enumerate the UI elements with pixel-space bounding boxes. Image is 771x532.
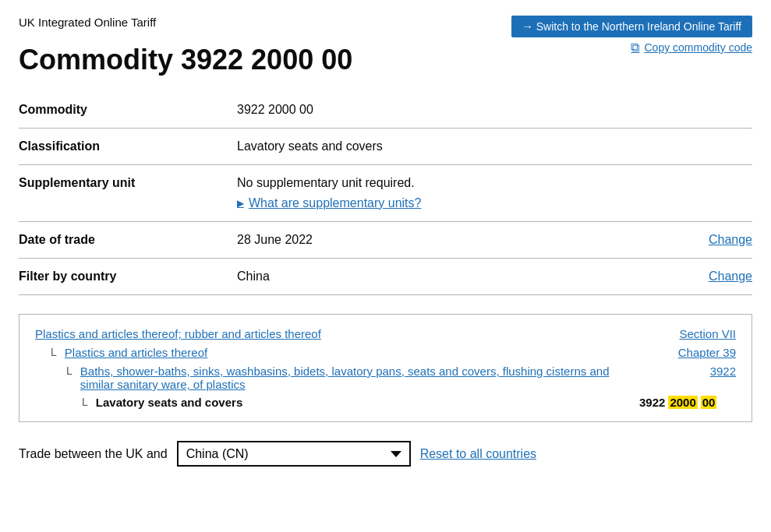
trade-filter-section: Trade between the UK and China (CN) All … [19, 441, 752, 467]
filter-country-row: Filter by country China Change [19, 259, 752, 295]
site-title: UK Integrated Online Tariff [19, 16, 156, 29]
detail-table: Commodity 3922 2000 00 Classification La… [19, 92, 752, 295]
breadcrumb-level3-text: Lavatory seats and covers [96, 396, 242, 409]
commodity-value: 3922 2000 00 [237, 92, 752, 129]
breadcrumb-level1: L Plastics and articles thereof Chapter … [51, 346, 736, 360]
classification-value: Lavatory seats and covers [237, 129, 752, 165]
date-of-trade-value: 28 June 2022 [237, 233, 313, 247]
breadcrumb-level3: L Lavatory seats and covers 3922 2000 00 [82, 396, 736, 409]
code-badge-1: 3922 [639, 396, 665, 409]
breadcrumb-level1-link[interactable]: Plastics and articles thereof [65, 346, 207, 359]
breadcrumb-heading-code[interactable]: 3922 [710, 365, 736, 378]
page-title: Commodity 3922 2000 00 [19, 44, 352, 76]
country-change-link[interactable]: Change [709, 270, 752, 284]
filter-country-cell: China Change [237, 259, 752, 295]
breadcrumb-top-link[interactable]: Plastics and articles thereof; rubber an… [35, 327, 321, 340]
date-of-trade-label: Date of trade [19, 222, 237, 259]
ni-switch-button[interactable]: → Switch to the Northern Ireland Online … [511, 16, 752, 37]
heading-row: Commodity 3922 2000 00 ⧉ Copy commodity … [19, 41, 752, 83]
breadcrumb-level2-link[interactable]: Baths, shower-baths, sinks, washbasins, … [80, 365, 627, 391]
supplementary-units-link-text: What are supplementary units? [249, 196, 421, 210]
date-change-link[interactable]: Change [709, 233, 752, 247]
date-of-trade-cell: 28 June 2022 Change [237, 222, 752, 259]
code-badge-3: 00 [701, 396, 717, 409]
indent-marker-2: L [66, 365, 73, 377]
supplementary-unit-cell: No supplementary unit required. ▶ What a… [237, 165, 752, 222]
code-badge-2: 2000 [668, 396, 697, 409]
filter-country-label: Filter by country [19, 259, 237, 295]
commodity-label: Commodity [19, 92, 237, 129]
reset-countries-link[interactable]: Reset to all countries [420, 447, 536, 461]
copy-icon: ⧉ [631, 41, 639, 55]
trade-filter-label: Trade between the UK and [19, 447, 168, 461]
supplementary-unit-value: No supplementary unit required. [237, 176, 752, 190]
supplementary-unit-label: Supplementary unit [19, 165, 237, 222]
classification-label: Classification [19, 129, 237, 165]
copy-commodity-code-link[interactable]: ⧉ Copy commodity code [631, 41, 752, 55]
indent-marker-1: L [51, 346, 57, 358]
breadcrumb-top: Plastics and articles thereof; rubber an… [35, 327, 736, 341]
breadcrumb-commodity-code-badges: 3922 2000 00 [639, 396, 736, 409]
filter-country-value: China [237, 270, 270, 284]
classification-row: Classification Lavatory seats and covers [19, 129, 752, 165]
breadcrumb-chapter-code[interactable]: Chapter 39 [678, 346, 736, 359]
supplementary-units-link[interactable]: ▶ What are supplementary units? [237, 196, 752, 210]
indent-marker-3: L [82, 396, 88, 408]
breadcrumb-section: Plastics and articles thereof; rubber an… [19, 314, 752, 422]
breadcrumb-level2: L Baths, shower-baths, sinks, washbasins… [66, 365, 736, 391]
arrow-right-icon: ▶ [237, 198, 244, 209]
header-section: UK Integrated Online Tariff → Switch to … [19, 16, 752, 37]
copy-code-label: Copy commodity code [644, 41, 752, 54]
supplementary-unit-row: Supplementary unit No supplementary unit… [19, 165, 752, 222]
date-of-trade-row: Date of trade 28 June 2022 Change [19, 222, 752, 259]
breadcrumb-section-code[interactable]: Section VII [679, 327, 736, 340]
country-select[interactable]: China (CN) All countries [177, 441, 411, 467]
commodity-row: Commodity 3922 2000 00 [19, 92, 752, 129]
